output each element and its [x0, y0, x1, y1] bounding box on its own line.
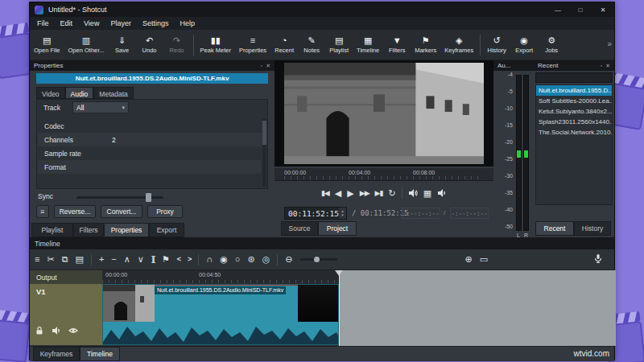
- dock-tab-recent[interactable]: Recent: [535, 221, 574, 236]
- spin-down-icon[interactable]: ▾: [341, 213, 344, 217]
- open-file-button[interactable]: ▤Open File: [30, 35, 64, 55]
- paste-icon[interactable]: ▤: [76, 254, 84, 265]
- recent-item[interactable]: Nuit.et.brouillard.1955.D...: [536, 85, 612, 96]
- grid-button[interactable]: ▦: [423, 187, 431, 199]
- zoom-out-icon[interactable]: ⊖: [285, 254, 292, 265]
- jobs-button[interactable]: ⚙Jobs: [538, 35, 565, 55]
- proxy-button[interactable]: Proxy: [147, 205, 183, 218]
- track-select[interactable]: All ▾: [72, 101, 129, 113]
- export-button[interactable]: ◉Export: [510, 35, 538, 55]
- recent-item[interactable]: Splash23011.2560x1440...: [536, 117, 612, 127]
- ripple-delete-icon[interactable]: −: [111, 254, 116, 265]
- marker-icon[interactable]: ⚑: [162, 254, 170, 265]
- volume-button[interactable]: [408, 188, 418, 198]
- scrollbar-handle[interactable]: [262, 121, 266, 145]
- timeline-ruler[interactable]: 00:00:00 00:04:50: [102, 270, 339, 284]
- overwrite-icon[interactable]: ∨: [138, 254, 144, 265]
- menu-edit[interactable]: Edit: [55, 18, 79, 29]
- menu-player[interactable]: Player: [105, 18, 137, 29]
- menu-file[interactable]: File: [31, 18, 55, 29]
- close-icon[interactable]: ✕: [605, 63, 610, 69]
- recent-item[interactable]: Ketut.Subiyanto.3840x2...: [536, 106, 612, 117]
- mute-track-icon[interactable]: [52, 324, 61, 339]
- lock-track-icon[interactable]: [35, 324, 44, 339]
- peak-meter-button[interactable]: ▮▮Peak Meter: [196, 35, 235, 55]
- save-button[interactable]: ⇓Save: [109, 35, 136, 55]
- ripple-icon[interactable]: ○: [235, 254, 241, 265]
- menu-view[interactable]: View: [78, 18, 105, 29]
- scrub-while-dragging-icon[interactable]: ◉: [220, 254, 228, 265]
- tab-video[interactable]: Video: [36, 87, 65, 99]
- timeline-clip[interactable]: Nuit.et.brouillard.1955.DS.2Audio.MiniSD…: [102, 284, 339, 345]
- zoom-in-icon[interactable]: ⊕: [465, 254, 473, 265]
- menu-settings[interactable]: Settings: [137, 18, 175, 29]
- step-backward-button[interactable]: ◀: [335, 187, 341, 199]
- player-scrubber[interactable]: 00:00:00 00:04:00 00:08:00: [275, 168, 493, 181]
- skip-end-button[interactable]: ▶▮: [375, 187, 383, 199]
- open-other-button[interactable]: ▥Open Other...: [64, 35, 109, 55]
- next-marker-icon[interactable]: >: [188, 254, 191, 265]
- filters-button[interactable]: ▼Filters: [383, 35, 411, 55]
- sync-slider[interactable]: [76, 196, 163, 199]
- zoom-fit-icon[interactable]: ▭: [480, 254, 488, 265]
- dock-tab-timeline[interactable]: Timeline: [80, 347, 120, 361]
- ripple-all-tracks-icon[interactable]: ⊛: [247, 254, 254, 265]
- maximize-button[interactable]: □: [569, 2, 592, 17]
- redo-button[interactable]: ↷Redo: [163, 35, 191, 55]
- dock-tab-keyframes[interactable]: Keyframes: [33, 347, 80, 361]
- properties-button[interactable]: ≡Properties: [235, 35, 270, 55]
- history-button[interactable]: ↺History: [483, 35, 510, 55]
- recent-item[interactable]: The.Social.Network.2010...: [536, 127, 612, 138]
- notes-button[interactable]: ✎Notes: [298, 35, 325, 55]
- scrollbar[interactable]: [262, 119, 266, 187]
- cut-icon[interactable]: ✂: [47, 254, 54, 265]
- dock-tab-filters[interactable]: Filters: [73, 223, 104, 237]
- float-icon[interactable]: ▫: [261, 63, 262, 69]
- markers-button[interactable]: ⚑Markers: [411, 35, 440, 55]
- timeline-menu-icon[interactable]: ≡: [35, 254, 39, 265]
- audio-button[interactable]: [437, 188, 447, 198]
- minimize-button[interactable]: —: [547, 2, 569, 17]
- output-track-header[interactable]: Output: [30, 270, 102, 284]
- tab-source[interactable]: Source: [281, 221, 318, 236]
- float-icon[interactable]: ▫: [601, 63, 602, 69]
- close-icon[interactable]: ✕: [266, 63, 270, 69]
- snap-magnet-icon[interactable]: ∩: [206, 254, 213, 265]
- copy-icon[interactable]: ⧉: [62, 254, 68, 265]
- loop-button[interactable]: ↻: [388, 187, 395, 199]
- lift-icon[interactable]: ∧: [124, 254, 130, 265]
- ripple-markers-icon[interactable]: ◎: [262, 254, 270, 265]
- zoom-slider-handle[interactable]: [314, 257, 320, 262]
- undo-button[interactable]: ↶Undo: [136, 35, 163, 55]
- playhead-line[interactable]: [339, 270, 340, 346]
- record-audio-mic-icon[interactable]: [593, 253, 603, 266]
- recent-button[interactable]: ◔Recent: [270, 35, 298, 55]
- hide-track-icon[interactable]: [68, 324, 78, 339]
- split-icon[interactable]: ][: [151, 254, 155, 265]
- properties-menu-button[interactable]: ≡: [36, 205, 49, 218]
- play-button[interactable]: ▶: [347, 187, 353, 199]
- current-time-spinbox[interactable]: 00:11:52:15 ▴▾: [284, 207, 347, 220]
- playlist-button[interactable]: ▤Playlist: [325, 35, 353, 55]
- reverse-button[interactable]: Reverse...: [54, 205, 96, 218]
- zoom-slider[interactable]: [300, 258, 337, 261]
- tab-audio[interactable]: Audio: [65, 87, 94, 99]
- append-icon[interactable]: +: [99, 254, 104, 265]
- menu-help[interactable]: Help: [174, 18, 200, 29]
- tab-metadata[interactable]: Metadata: [93, 87, 133, 99]
- dock-tab-playlist[interactable]: Playlist: [31, 223, 73, 237]
- convert-button[interactable]: Convert...: [101, 205, 142, 218]
- dock-tab-history[interactable]: History: [574, 221, 611, 236]
- timeline-content[interactable]: 00:00:00 00:04:50 Nuit.et.brouillard.195…: [102, 270, 616, 346]
- tab-project[interactable]: Project: [318, 221, 357, 236]
- dock-tab-export[interactable]: Export: [149, 223, 184, 237]
- sync-slider-handle[interactable]: [146, 193, 151, 202]
- toolbar-overflow-icon[interactable]: »: [607, 39, 612, 48]
- dock-tab-properties[interactable]: Properties: [104, 223, 149, 237]
- recent-search-input[interactable]: [535, 72, 613, 83]
- keyframes-button[interactable]: ◈Keyframes: [440, 35, 477, 55]
- fast-forward-button[interactable]: ▶▶: [360, 187, 369, 199]
- close-button[interactable]: ✕: [592, 2, 614, 17]
- v1-track-header[interactable]: V1: [30, 284, 102, 345]
- skip-start-button[interactable]: ▮◀: [321, 187, 329, 199]
